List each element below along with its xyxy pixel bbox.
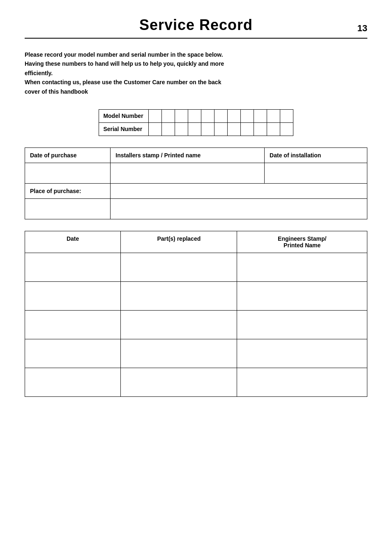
- purchase-extra-row: [25, 198, 367, 219]
- service-date-3: [25, 310, 121, 339]
- model-box-5: [201, 109, 214, 122]
- purchase-extra-1: [25, 198, 111, 219]
- service-row-1: [25, 253, 367, 281]
- model-box-4: [188, 109, 201, 122]
- page-title: Service Record: [139, 16, 253, 34]
- serial-box-9: [254, 122, 267, 136]
- model-serial-table: Model Number Serial Number: [99, 109, 293, 136]
- service-date-2: [25, 281, 121, 310]
- purchase-table: Date of purchase Installers stamp / Prin…: [25, 147, 367, 219]
- serial-box-5: [201, 122, 214, 136]
- service-date-1: [25, 253, 121, 281]
- model-box-6: [214, 109, 227, 122]
- purchase-place-row: Place of purchase:: [25, 183, 367, 198]
- intro-line1: Please record your model number and seri…: [25, 51, 223, 58]
- service-table: Date Part(s) replaced Engineers Stamp/ P…: [25, 231, 367, 397]
- service-col3-header: Engineers Stamp/ Printed Name: [237, 231, 367, 253]
- purchase-col2-header: Installers stamp / Printed name: [111, 147, 265, 163]
- place-of-purchase-value: [111, 183, 367, 198]
- service-col2-header: Part(s) replaced: [121, 231, 237, 253]
- serial-box-7: [227, 122, 240, 136]
- model-serial-container: Model Number Serial Number: [25, 109, 367, 136]
- serial-box-2: [161, 122, 175, 136]
- serial-number-row: Serial Number: [99, 122, 293, 136]
- service-col1-header: Date: [25, 231, 121, 253]
- service-parts-1: [121, 253, 237, 281]
- model-number-label: Model Number: [99, 109, 148, 122]
- model-box-11: [280, 109, 293, 122]
- service-parts-2: [121, 281, 237, 310]
- model-box-8: [240, 109, 254, 122]
- model-box-3: [175, 109, 188, 122]
- service-engineer-1: [237, 253, 367, 281]
- service-date-4: [25, 339, 121, 368]
- model-box-2: [161, 109, 175, 122]
- service-header-row: Date Part(s) replaced Engineers Stamp/ P…: [25, 231, 367, 253]
- purchase-installer-value: [111, 163, 265, 183]
- intro-line4: When contacting us, please use the Custo…: [25, 79, 221, 85]
- service-engineer-5: [237, 368, 367, 396]
- service-row-3: [25, 310, 367, 339]
- purchase-col3-header: Date of installation: [265, 147, 367, 163]
- purchase-col1-header: Date of purchase: [25, 147, 111, 163]
- intro-text: Please record your model number and seri…: [25, 50, 367, 96]
- page-number: 13: [357, 23, 367, 34]
- serial-box-10: [267, 122, 280, 136]
- purchase-date-value: [25, 163, 111, 183]
- intro-line5: cover of this handbook: [25, 88, 88, 95]
- intro-line3: efficiently.: [25, 70, 53, 76]
- model-box-9: [254, 109, 267, 122]
- serial-box-8: [240, 122, 254, 136]
- place-of-purchase-label: Place of purchase:: [25, 183, 111, 198]
- serial-box-11: [280, 122, 293, 136]
- serial-box-3: [175, 122, 188, 136]
- serial-box-4: [188, 122, 201, 136]
- service-engineer-3: [237, 310, 367, 339]
- serial-box-6: [214, 122, 227, 136]
- serial-box-1: [148, 122, 161, 136]
- purchase-data-row: [25, 163, 367, 183]
- service-date-5: [25, 368, 121, 396]
- purchase-install-date-value: [265, 163, 367, 183]
- engineers-label-line1: Engineers Stamp/: [278, 235, 326, 242]
- intro-line2: Having these numbers to hand will help u…: [25, 60, 224, 67]
- service-engineer-4: [237, 339, 367, 368]
- serial-number-label: Serial Number: [99, 122, 148, 136]
- service-row-5: [25, 368, 367, 396]
- model-box-10: [267, 109, 280, 122]
- model-box-7: [227, 109, 240, 122]
- service-row-4: [25, 339, 367, 368]
- service-parts-4: [121, 339, 237, 368]
- service-row-2: [25, 281, 367, 310]
- service-parts-5: [121, 368, 237, 396]
- purchase-header-row: Date of purchase Installers stamp / Prin…: [25, 147, 367, 163]
- engineers-label-line2: Printed Name: [284, 242, 321, 249]
- purchase-extra-2: [111, 198, 367, 219]
- model-number-row: Model Number: [99, 109, 293, 122]
- page-header: Service Record 13: [25, 16, 367, 39]
- service-parts-3: [121, 310, 237, 339]
- service-engineer-2: [237, 281, 367, 310]
- model-box-1: [148, 109, 161, 122]
